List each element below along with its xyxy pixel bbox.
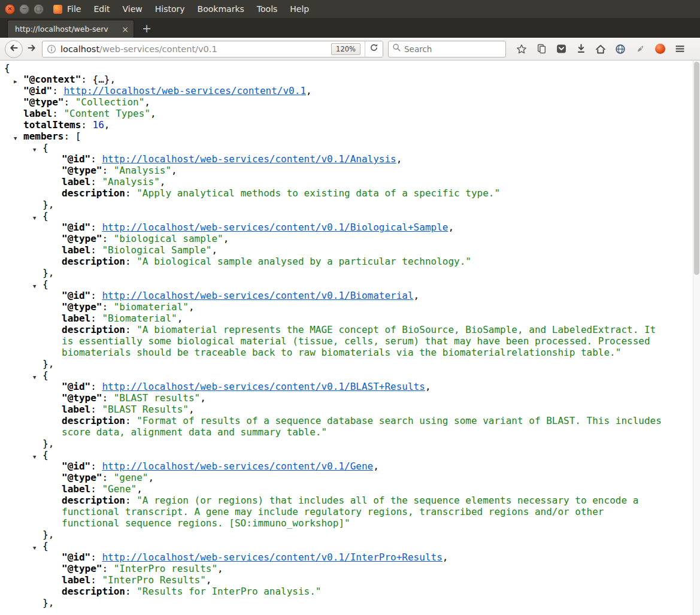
menu-edit[interactable]: Edit	[93, 4, 110, 14]
json-key: description	[62, 586, 125, 597]
json-link[interactable]: http://localhost/web-services/content/v0…	[102, 381, 425, 392]
window-maximize-button[interactable]: □	[34, 4, 44, 14]
pocket-icon[interactable]	[554, 43, 568, 56]
colon: :	[90, 381, 102, 392]
menu-view[interactable]: View	[123, 4, 143, 14]
member-open-line: ▼{	[0, 449, 700, 461]
json-member: ▼{ "@id": http://localhost/web-services/…	[0, 369, 700, 449]
comma: ,	[448, 222, 454, 233]
window-minimize-button[interactable]: −	[19, 4, 29, 14]
json-type-line: "@type": "Collection",	[0, 96, 700, 108]
json-link[interactable]: http://localhost/web-services/content/v0…	[102, 222, 448, 233]
root-open-brace: {	[4, 62, 10, 74]
json-key: "@type"	[62, 563, 102, 574]
colon: :	[125, 586, 137, 597]
menu-file[interactable]: File	[67, 4, 81, 14]
member-id-line: "@id": http://localhost/web-services/con…	[0, 552, 662, 563]
json-id-line: "@id": http://localhost/web-services/con…	[0, 85, 700, 96]
json-link[interactable]: http://localhost/web-services/content/v0…	[102, 153, 396, 165]
colon: :	[102, 233, 113, 244]
array-open-bracket: [	[75, 131, 81, 142]
json-key: label	[62, 483, 90, 495]
bookmark-star-icon[interactable]	[515, 43, 528, 56]
json-string-value: "InterPro Results"	[102, 574, 205, 586]
json-string-value: "Format of results of a sequence databas…	[62, 415, 667, 438]
member-close-line: },	[0, 199, 700, 210]
colon: :	[90, 552, 102, 563]
member-description-line: description: "Apply analytical methods t…	[0, 187, 662, 199]
navigation-toolbar: localhost/web-services/content/v0.1 120%	[0, 38, 700, 60]
new-tab-button[interactable]: +	[134, 22, 160, 38]
json-key: description	[62, 495, 125, 506]
globe-icon[interactable]	[614, 43, 627, 56]
member-id-line: "@id": http://localhost/web-services/con…	[0, 153, 662, 165]
json-string-value: "gene"	[114, 472, 149, 483]
colon: :	[90, 290, 102, 301]
search-input[interactable]	[404, 44, 502, 54]
comma: ,	[189, 404, 195, 415]
json-key: "@id"	[62, 381, 90, 392]
json-totalitems-line: totalItems: 16,	[0, 119, 700, 131]
json-key: "@type"	[62, 392, 102, 404]
json-link[interactable]: http://localhost/web-services/content/v0…	[102, 461, 373, 472]
menubar: ✕ − □ File Edit View History Bookmarks T…	[0, 0, 700, 18]
forward-button[interactable]	[24, 41, 40, 57]
comma: ,	[177, 313, 183, 324]
open-brace: {	[43, 278, 49, 290]
back-button[interactable]	[5, 40, 23, 58]
json-key: "@type"	[62, 472, 102, 483]
json-key: label	[62, 313, 90, 324]
open-brace: {	[43, 540, 49, 552]
browser-tab[interactable]: http://localhost/web-serv ×	[7, 20, 134, 38]
url-path: /web-services/content/v0.1	[99, 44, 217, 54]
member-type-line: "@type": "biomaterial",	[0, 301, 662, 313]
menu-history[interactable]: History	[155, 4, 185, 14]
home-icon[interactable]	[594, 43, 607, 56]
open-brace: {	[43, 210, 49, 222]
json-member: ▼{ "@id": http://localhost/web-services/…	[0, 210, 700, 278]
json-key: "@id"	[62, 461, 90, 472]
json-link[interactable]: http://localhost/web-services/content/v0…	[102, 290, 413, 301]
close-brace: },	[43, 358, 54, 369]
red-ball-glyph	[655, 44, 665, 54]
clipboard-icon[interactable]	[535, 43, 548, 56]
json-link[interactable]: http://localhost/web-services/content/v0…	[102, 552, 442, 563]
member-label-line: label: "Biological Sample",	[0, 244, 662, 256]
tab-title: http://localhost/web-serv	[15, 25, 118, 34]
hamburger-menu-icon[interactable]	[673, 43, 686, 56]
json-key: description	[62, 187, 125, 199]
browser-window: ✕ − □ File Edit View History Bookmarks T…	[0, 0, 700, 615]
comma: ,	[200, 392, 206, 404]
scrollbar-thumb[interactable]	[694, 62, 699, 275]
zoom-indicator[interactable]: 120%	[331, 43, 360, 55]
json-string-value: "A biological sample analysed by a parti…	[137, 256, 471, 267]
url-host: localhost	[60, 44, 99, 54]
window-close-button[interactable]: ✕	[5, 4, 15, 14]
url-text: localhost/web-services/content/v0.1	[60, 44, 331, 54]
member-label-line: label: "Biomaterial",	[0, 313, 662, 324]
tab-close-icon[interactable]: ×	[122, 25, 129, 34]
search-box[interactable]	[388, 41, 506, 57]
content-scrollbar[interactable]	[693, 60, 700, 615]
addon-red-ball-icon[interactable]	[653, 43, 666, 56]
url-bar[interactable]: localhost/web-services/content/v0.1 120%	[42, 41, 383, 57]
tab-strip: http://localhost/web-serv × +	[0, 18, 700, 38]
json-key: "@type"	[62, 301, 102, 313]
comma: ,	[137, 483, 143, 495]
reload-icon	[369, 43, 378, 54]
downloads-icon[interactable]	[574, 43, 587, 56]
menu-tools[interactable]: Tools	[257, 4, 278, 14]
menu-help[interactable]: Help	[290, 4, 309, 14]
reload-button[interactable]	[365, 41, 383, 57]
member-close-line: },	[0, 358, 700, 369]
json-key: label	[62, 176, 90, 187]
context-preview[interactable]: {…}	[93, 74, 110, 85]
addon-rocket-icon[interactable]	[634, 43, 647, 56]
json-link[interactable]: http://localhost/web-services/content/v0…	[63, 85, 306, 96]
json-key: label	[62, 574, 90, 586]
menu-items: File Edit View History Bookmarks Tools H…	[67, 4, 309, 14]
page-info-icon[interactable]	[47, 44, 56, 54]
json-member: ▼{ "@id": http://localhost/web-services/…	[0, 449, 700, 540]
menu-bookmarks[interactable]: Bookmarks	[198, 4, 244, 14]
member-id-line: "@id": http://localhost/web-services/con…	[0, 222, 662, 233]
